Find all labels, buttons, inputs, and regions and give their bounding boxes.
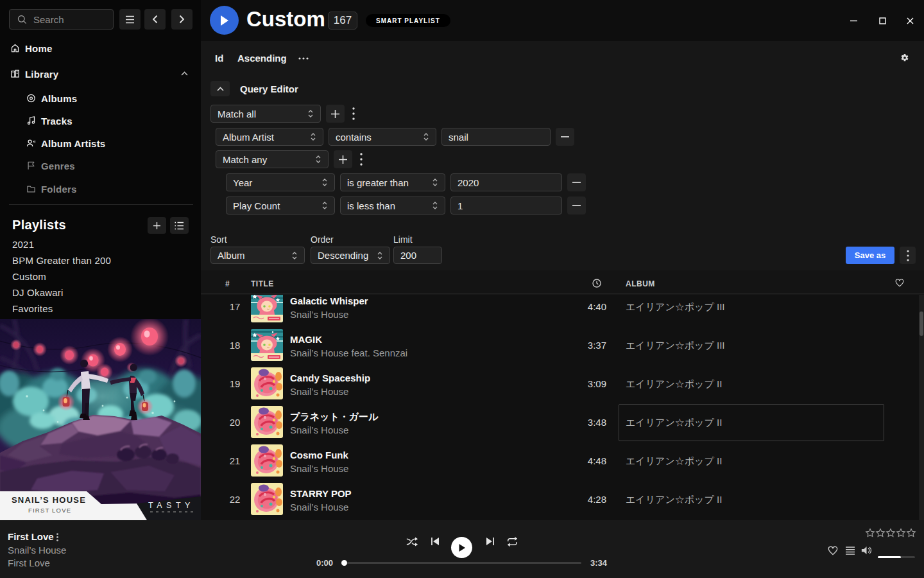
svg-text:TASTY: TASTY bbox=[148, 501, 194, 510]
svg-text:FIRST LOVE: FIRST LOVE bbox=[28, 507, 71, 514]
svg-text:SNAIL’S HOUSE: SNAIL’S HOUSE bbox=[12, 495, 86, 505]
